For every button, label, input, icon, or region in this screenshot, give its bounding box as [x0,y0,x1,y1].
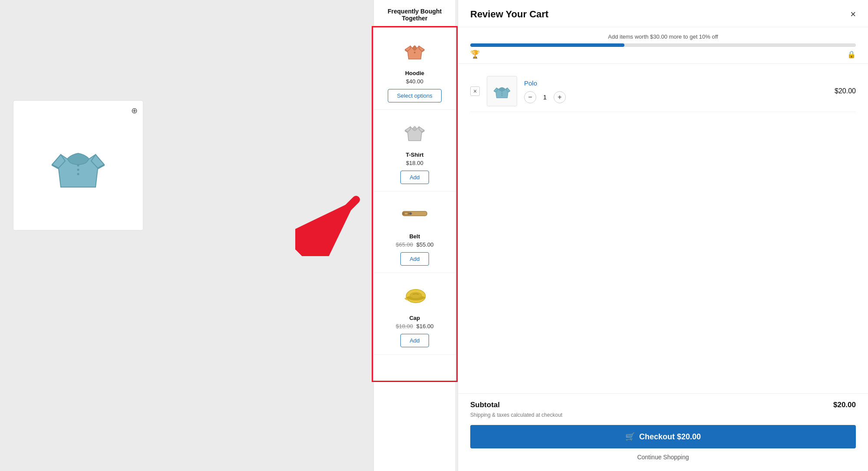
fbt-item-name-belt: Belt [379,233,450,240]
fbt-item-cap: Cap $18.00 $16.00 Add [374,273,455,355]
checkout-button[interactable]: 🛒 Checkout $20.00 [470,425,856,448]
fbt-item-name-cap: Cap [379,315,450,321]
cart-panel-header: Review Your Cart × [458,0,868,27]
fbt-add-cap[interactable]: Add [400,334,429,347]
cart-items-section: × Polo − 1 + $2 [458,64,868,393]
cart-progress-section: Add items worth $30.00 more to get 10% o… [458,27,868,64]
svg-point-14 [502,93,502,94]
fbt-select-options-hoodie[interactable]: Select options [388,89,442,102]
progress-icons: 🏆 🔒 [470,49,856,59]
cart-panel-title: Review Your Cart [470,9,548,20]
trophy-icon: 🏆 [470,49,480,59]
progress-bar-background [470,43,856,47]
svg-point-3 [414,52,416,53]
cart-item-qty-polo: − 1 + [524,91,828,103]
checkout-label: Checkout $20.00 [639,432,701,441]
svg-point-13 [502,91,502,92]
cart-panel: Review Your Cart × Add items worth $30.0… [458,0,868,471]
progress-bar-fill [470,43,624,47]
fbt-add-tshirt[interactable]: Add [400,171,429,184]
close-cart-button[interactable]: × [850,10,856,19]
fbt-item-price-belt: $65.00 $55.00 [379,241,450,248]
fbt-item-old-price-belt: $65.00 [396,241,413,248]
svg-point-2 [77,173,79,175]
checkout-icon: 🛒 [625,432,635,441]
svg-point-15 [502,95,502,96]
svg-point-0 [77,165,79,167]
fbt-item-hoodie: Hoodie $40.00 Select options [374,28,455,110]
lock-icon: 🔒 [847,50,856,59]
fbt-item-price-hoodie: $40.00 [379,78,450,85]
fbt-add-belt[interactable]: Add [400,252,429,266]
fbt-item-image-tshirt [399,117,430,147]
subtotal-value: $20.00 [833,401,856,409]
fbt-title-line1: Frequently Bought [379,8,450,15]
svg-point-11 [410,293,422,299]
increase-qty-button[interactable]: + [554,91,566,103]
fbt-panel: Frequently Bought Together Hoodie $40.00… [373,0,456,471]
cart-item-price-polo: $20.00 [835,87,856,95]
cart-item-image-polo [487,76,517,106]
remove-item-button[interactable]: × [470,86,480,96]
fbt-item-image-belt [399,198,430,229]
fbt-item-new-price-cap: $16.00 [416,323,434,329]
fbt-panel-header: Frequently Bought Together [374,0,455,28]
fbt-item-tshirt: T-Shirt $18.00 Add [374,110,455,191]
subtotal-label: Subtotal [470,401,500,409]
fbt-item-name-tshirt: T-Shirt [379,152,450,158]
fbt-item-new-price-belt: $55.00 [416,241,434,248]
cart-item-name-polo[interactable]: Polo [524,79,828,87]
cart-footer: Subtotal $20.00 Shipping & taxes calcula… [458,393,868,471]
fbt-item-price-cap: $18.00 $16.00 [379,323,450,329]
fbt-item-image-hoodie [399,35,430,66]
svg-point-1 [77,169,79,171]
cart-item-details-polo: Polo − 1 + [524,79,828,103]
decrease-qty-button[interactable]: − [524,91,536,103]
fbt-item-old-price-cap: $18.00 [396,323,413,329]
svg-rect-6 [405,213,408,214]
continue-shopping-link[interactable]: Continue Shopping [470,454,856,461]
subtotal-row: Subtotal $20.00 [470,401,856,409]
cart-item-qty-value: 1 [541,93,549,101]
fbt-item-price-tshirt: $18.00 [379,160,450,166]
product-image-box: ⊕ [13,100,143,231]
fbt-item-name-hoodie: Hoodie [379,70,450,76]
shipping-note: Shipping & taxes calculated at checkout [470,412,856,418]
polo-image [43,131,113,200]
cart-item-polo: × Polo − 1 + $2 [470,71,856,112]
page-background [0,0,373,471]
zoom-icon[interactable]: ⊕ [131,106,138,115]
fbt-item-belt: Belt $65.00 $55.00 Add [374,191,455,273]
fbt-title-line2: Together [379,15,450,22]
cart-progress-text: Add items worth $30.00 more to get 10% o… [470,33,856,40]
fbt-item-image-cap [399,280,430,310]
